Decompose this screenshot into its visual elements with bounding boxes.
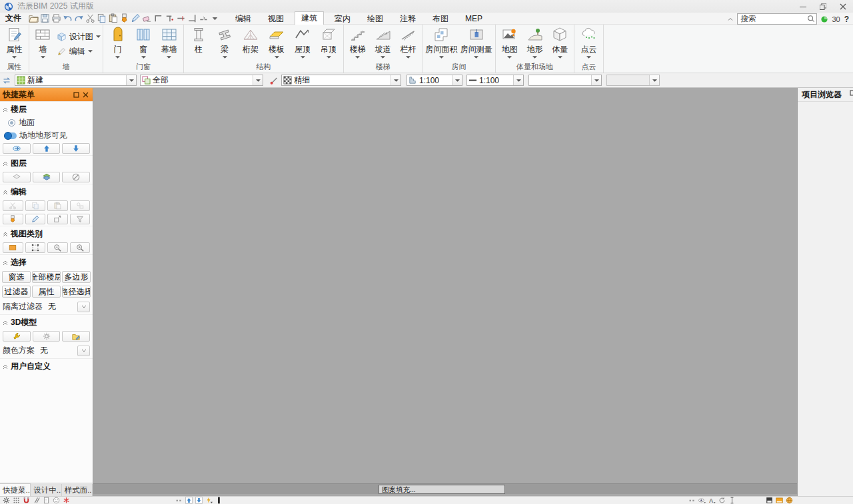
过滤器-button[interactable]: 过滤器 bbox=[2, 286, 31, 298]
panel-float-icon[interactable] bbox=[71, 90, 81, 99]
match-size-button[interactable] bbox=[47, 214, 68, 224]
section-header-3D模型[interactable]: 3D模型 bbox=[0, 314, 93, 330]
tab-绘图[interactable]: 绘图 bbox=[361, 13, 389, 25]
ribbon-button-吊顶[interactable]: 吊顶 bbox=[317, 27, 340, 59]
undo-icon[interactable] bbox=[62, 13, 73, 24]
panel-tab-快捷菜...[interactable]: 快捷菜... bbox=[0, 483, 31, 496]
panel-tab-设计中...[interactable]: 设计中... bbox=[31, 484, 61, 496]
dropdown-caret-icon[interactable] bbox=[391, 75, 401, 85]
arrow-down-blue-button[interactable] bbox=[62, 143, 90, 154]
film-orange-icon[interactable] bbox=[775, 497, 783, 504]
layer-color-button[interactable] bbox=[33, 172, 61, 182]
paste-icon[interactable] bbox=[107, 13, 118, 24]
dropdown-caret-icon[interactable] bbox=[649, 75, 659, 85]
ribbon-button-设计图[interactable]: 设计图 bbox=[57, 31, 101, 43]
toggle-switch[interactable] bbox=[4, 132, 17, 139]
visibility-toggle-row[interactable]: 场地地形可见 bbox=[0, 129, 93, 142]
file-menu-button[interactable]: 文件 bbox=[0, 13, 27, 24]
caret-down-icon[interactable] bbox=[209, 13, 220, 24]
dots-icon[interactable] bbox=[175, 497, 183, 504]
ribbon-button-梁[interactable]: 梁 bbox=[213, 27, 236, 59]
grid-dots-icon[interactable] bbox=[12, 497, 20, 504]
trim-line-icon[interactable] bbox=[175, 13, 186, 24]
ibeam-icon[interactable] bbox=[728, 497, 736, 504]
pencil-blue-icon[interactable] bbox=[130, 13, 141, 24]
ribbon-button-编辑[interactable]: 编辑 bbox=[57, 45, 101, 57]
dropdown-caret-icon[interactable] bbox=[513, 75, 523, 85]
arrow-up-blue-button[interactable] bbox=[33, 143, 61, 154]
join-wall-icon[interactable] bbox=[153, 13, 163, 24]
copy-icon[interactable] bbox=[96, 13, 107, 24]
zoom-out-button[interactable] bbox=[47, 242, 68, 253]
pen-blue-button[interactable] bbox=[25, 214, 46, 224]
section-header-视图类别[interactable]: 视图类别 bbox=[0, 226, 93, 241]
layer-gray-button[interactable] bbox=[3, 172, 31, 182]
dark-box-icon[interactable] bbox=[765, 497, 773, 504]
print-icon[interactable] bbox=[51, 13, 61, 24]
ribbon-button-地图[interactable]: 地图 bbox=[498, 27, 521, 59]
dropdown-caret-icon[interactable] bbox=[253, 75, 263, 85]
ribbon-button-门[interactable]: 门 bbox=[107, 27, 129, 59]
eye-drop-icon[interactable] bbox=[698, 497, 706, 504]
ribbon-button-窗[interactable]: 窗 bbox=[132, 27, 155, 59]
zoom-in-button[interactable] bbox=[70, 242, 91, 253]
line-scale-selector[interactable]: 1:100 bbox=[466, 75, 524, 86]
trim-corner-icon[interactable] bbox=[164, 13, 175, 24]
help-button[interactable]: ? bbox=[844, 15, 849, 24]
swap-arrows-icon[interactable] bbox=[1, 75, 12, 86]
ribbon-button-地形[interactable]: 地形 bbox=[524, 27, 546, 59]
tab-注释[interactable]: 注释 bbox=[394, 13, 422, 25]
box-arrow-up-icon[interactable] bbox=[185, 497, 193, 504]
section-header-图层[interactable]: 图层 bbox=[0, 155, 93, 170]
swatch-orange-button[interactable] bbox=[3, 242, 23, 253]
pen-link-icon[interactable] bbox=[269, 75, 279, 86]
ribbon-button-坡道[interactable]: 坡道 bbox=[372, 27, 395, 59]
ribbon-button-墙[interactable]: 墙 bbox=[31, 27, 54, 59]
box-arrow-down-icon[interactable] bbox=[195, 497, 203, 504]
panel-close-icon[interactable] bbox=[81, 90, 90, 99]
多边形-button[interactable]: 多边形 bbox=[62, 271, 91, 283]
gear-icon[interactable] bbox=[2, 497, 10, 504]
drawing-canvas[interactable]: 图案填充... bbox=[93, 88, 797, 496]
filter-pin-button[interactable] bbox=[70, 214, 91, 224]
gear-gray-button[interactable] bbox=[33, 331, 61, 342]
tab-视图[interactable]: 视图 bbox=[262, 13, 290, 25]
ribbon-button-房间面积[interactable]: 房间面积 bbox=[425, 27, 457, 59]
angle-lines-icon[interactable] bbox=[32, 497, 40, 504]
view-level-selector[interactable]: 新建 bbox=[15, 75, 137, 86]
ribbon-button-点云[interactable]: 点云 bbox=[578, 27, 600, 59]
dots-icon[interactable] bbox=[688, 497, 696, 504]
radio-icon[interactable] bbox=[8, 119, 15, 126]
ribbon-button-属性[interactable]: 属性 bbox=[3, 27, 26, 59]
cursor-block-icon[interactable] bbox=[215, 497, 223, 504]
format-brush-icon[interactable] bbox=[119, 13, 129, 24]
路径选择-button[interactable]: 路径选择 bbox=[62, 286, 91, 298]
split-line-icon[interactable] bbox=[198, 13, 209, 24]
empty-selector-2[interactable] bbox=[606, 75, 660, 86]
flash-drop-icon[interactable] bbox=[205, 497, 213, 504]
ribbon-button-桁架[interactable]: 桁架 bbox=[239, 27, 262, 59]
dropdown-chevron-icon[interactable] bbox=[77, 302, 90, 312]
section-header-楼层[interactable]: 楼层 bbox=[0, 101, 93, 117]
close-button[interactable] bbox=[833, 0, 853, 13]
sync-icon[interactable] bbox=[718, 497, 726, 504]
tab-布图[interactable]: 布图 bbox=[426, 13, 454, 25]
view-scale-selector[interactable]: 1:100 bbox=[407, 75, 462, 86]
face-icon[interactable] bbox=[52, 497, 60, 504]
dropdown-caret-icon[interactable] bbox=[591, 75, 601, 85]
窗选-button[interactable]: 窗选 bbox=[2, 271, 31, 283]
magnet-icon[interactable] bbox=[22, 497, 30, 504]
section-header-用户自定义[interactable]: 用户自定义 bbox=[0, 358, 93, 374]
asterisk-red-icon[interactable] bbox=[62, 497, 70, 504]
crop-frame-button[interactable] bbox=[25, 242, 46, 253]
layer-scope-selector[interactable]: 全部 bbox=[140, 75, 263, 86]
detail-level-selector[interactable]: 精细 bbox=[281, 75, 401, 86]
section-header-编辑[interactable]: 编辑 bbox=[0, 184, 93, 199]
ribbon-button-栏杆[interactable]: 栏杆 bbox=[397, 27, 419, 59]
tab-建筑[interactable]: 建筑 bbox=[295, 11, 324, 25]
folder-open-icon[interactable] bbox=[28, 13, 39, 24]
ribbon-button-屋顶[interactable]: 屋顶 bbox=[291, 27, 314, 59]
dropdown-caret-icon[interactable] bbox=[126, 75, 136, 85]
collapse-ribbon-icon[interactable] bbox=[728, 17, 733, 22]
command-input[interactable]: 图案填充... bbox=[379, 485, 505, 494]
